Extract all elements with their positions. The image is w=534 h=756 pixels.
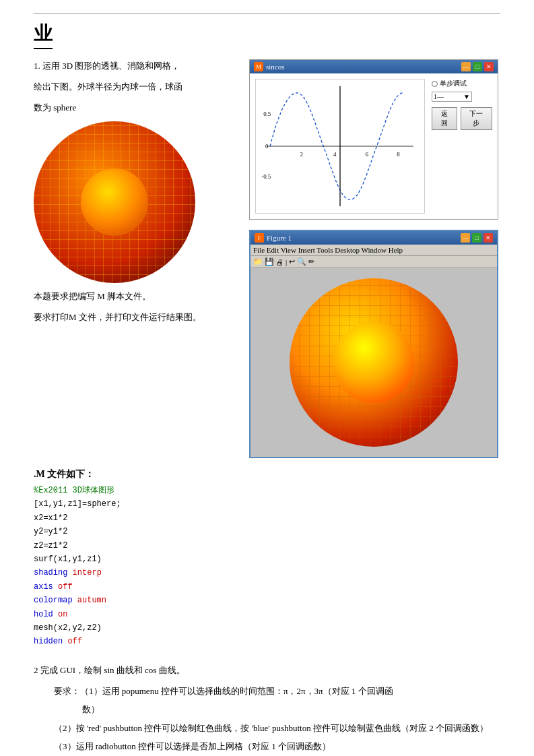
figure-min-button[interactable]: — — [461, 233, 470, 243]
req-text-1: 要求：（1）运用 popumenu 控件可以选择曲线的时间范围：π，2π，3π（… — [54, 683, 393, 699]
titlebar-left: M sincos — [254, 62, 285, 71]
code-line-1: %Ex2011 3D球体图形 — [34, 484, 500, 497]
problem1-text3: 数为 sphere — [34, 101, 236, 115]
string-interp: interp — [67, 568, 101, 577]
figure-sphere-inner — [333, 322, 414, 403]
right-column: M sincos — □ ✕ — [249, 59, 500, 458]
figure-sphere-container — [286, 275, 461, 450]
figure-plot-area — [251, 268, 497, 457]
dropdown-control[interactable]: 1— ▼ — [432, 92, 472, 102]
problem1-text1: 1. 运用 3D 图形的透视、消隐和网格， — [34, 59, 236, 73]
code-comment-1: %Ex2011 3D球体图形 — [34, 486, 114, 495]
code-line-8: axis off — [34, 580, 500, 594]
string-off1: off — [53, 582, 73, 592]
menubar-items: File Edit View Insert Tools Desktop Wind… — [253, 246, 403, 254]
code-line-6: surf(x1,y1,z1) — [34, 553, 500, 566]
keyword-axis: axis — [34, 582, 53, 592]
sincos-plot: 0.5 0 -0.5 2 4 6 8 — [255, 79, 425, 214]
code-block: %Ex2011 3D球体图形 [x1,y1,z1]=sphere; x2=x1*… — [34, 484, 500, 649]
req-item-1: 要求：（1）运用 popumenu 控件可以选择曲线的时间范围：π，2π，3π（… — [54, 683, 500, 699]
problem2-title: 2 完成 GUI，绘制 sin 曲线和 cos 曲线。 — [34, 662, 500, 678]
sphere-visualization — [34, 121, 195, 283]
req-item-2: （2）按 'red' pushbutton 控件可以绘制红色曲线，按 'blue… — [54, 720, 500, 736]
figure1-titlebar: F Figure 1 — □ ✕ — [251, 231, 497, 245]
svg-text:8: 8 — [397, 151, 400, 158]
code-line-9: colormap autumn — [34, 594, 500, 607]
svg-text:6: 6 — [366, 151, 369, 158]
figure-sphere-outer — [290, 278, 458, 447]
figure-max-button[interactable]: □ — [472, 233, 481, 243]
req-text-1-cont: 数） — [82, 701, 100, 717]
sphere-inner — [81, 168, 148, 236]
toolbar-icon4[interactable]: ↩ — [289, 257, 295, 266]
left-column: 1. 运用 3D 图形的透视、消隐和网格， 绘出下图。外球半径为内球一倍，球函 … — [34, 59, 236, 458]
top-divider — [34, 13, 500, 14]
dropdown-value: 1— — [434, 93, 444, 100]
close-button[interactable]: ✕ — [484, 62, 494, 71]
code-line-2: [x1,y1,z1]=sphere; — [34, 497, 500, 511]
string-off2: off — [63, 637, 82, 646]
toolbar-icon6[interactable]: ✏ — [308, 257, 314, 266]
page: 业 1. 运用 3D 图形的透视、消隐和网格， 绘出下图。外球半径为内球一倍，球… — [0, 0, 534, 756]
string-on: on — [53, 610, 68, 619]
matlab-controls: 1— ▼ — [432, 92, 492, 102]
toolbar-icon3[interactable]: 🖨 — [276, 258, 283, 266]
figure-titlebar-left: F Figure 1 — [255, 233, 292, 243]
matlab-sincos-window: M sincos — □ ✕ — [249, 59, 498, 220]
req-item-1-cont: 数） — [54, 701, 500, 717]
minimize-button[interactable]: — — [461, 62, 471, 71]
string-autumn: autumn — [73, 596, 106, 605]
svg-text:2: 2 — [300, 151, 303, 158]
keyword-colormap: colormap — [34, 596, 73, 605]
radio-label: 单步调试 — [440, 79, 467, 88]
matlab-titlebar: M sincos — □ ✕ — [250, 60, 498, 73]
code-line-12: hidden off — [34, 635, 500, 648]
figure-icon: F — [255, 233, 264, 243]
code-line-7: shading interp — [34, 566, 500, 579]
req-item-3: （3）运用 radiobutton 控件可以选择是否加上网格（对应 1 个回调函… — [54, 738, 500, 754]
toolbar-icon2[interactable]: 💾 — [265, 257, 274, 266]
matlab-right-panel: 单步调试 1— ▼ 返回 下一步 — [432, 79, 492, 214]
figure-menubar: File Edit View Insert Tools Desktop Wind… — [251, 245, 497, 256]
matlab-buttons: 返回 下一步 — [432, 107, 492, 130]
problem2-section: 2 完成 GUI，绘制 sin 曲线和 cos 曲线。 要求：（1）运用 pop… — [34, 662, 500, 756]
svg-text:0.5: 0.5 — [263, 111, 271, 117]
code-line-11: mesh(x2,y2,z2) — [34, 621, 500, 635]
requirements-list: 要求：（1）运用 popumenu 控件可以选择曲线的时间范围：π，2π，3π（… — [54, 683, 500, 755]
code-line-10: hold on — [34, 608, 500, 621]
code-line-4: y2=y1*2 — [34, 525, 500, 538]
keyword-hold: hold — [34, 610, 53, 619]
svg-text:4: 4 — [333, 151, 337, 158]
maximize-button[interactable]: □ — [473, 62, 482, 71]
keyword-shading: shading — [34, 568, 67, 577]
toolbar-icon1[interactable]: 📁 — [253, 257, 263, 266]
code-line-5: z2=z1*2 — [34, 539, 500, 553]
code-section: .M 文件如下： %Ex2011 3D球体图形 [x1,y1,z1]=spher… — [34, 468, 500, 649]
req-text-2: （2）按 'red' pushbutton 控件可以绘制红色曲线，按 'blue… — [54, 720, 488, 736]
figure-win-btns: — □ ✕ — [461, 233, 493, 243]
radio-button[interactable] — [432, 81, 438, 87]
code-title: .M 文件如下： — [34, 468, 500, 480]
figure1-window: F Figure 1 — □ ✕ File Edit View Insert T… — [249, 230, 498, 458]
keyword-hidden: hidden — [34, 637, 63, 646]
code-line-3: x2=x1*2 — [34, 511, 500, 525]
note-line1: 本题要求把编写 M 脚本文件。 — [34, 290, 236, 304]
figure-toolbar[interactable]: 📁 💾 🖨 | ↩ 🔍 ✏ — [251, 256, 497, 268]
req-text-3: （3）运用 radiobutton 控件可以选择是否加上网格（对应 1 个回调函… — [54, 738, 331, 754]
section-title: 业 — [34, 21, 53, 49]
matlab-icon: M — [254, 62, 263, 71]
toolbar-icon5[interactable]: 🔍 — [297, 257, 306, 266]
problem1-row: 1. 运用 3D 图形的透视、消隐和网格， 绘出下图。外球半径为内球一倍，球函 … — [34, 59, 500, 458]
window-buttons: — □ ✕ — [461, 62, 494, 71]
radio-option: 单步调试 — [432, 79, 492, 88]
matlab-title: sincos — [266, 63, 285, 71]
dropdown-arrow: ▼ — [463, 93, 470, 100]
figure-title: Figure 1 — [267, 234, 292, 242]
svg-text:-0.5: -0.5 — [261, 173, 271, 180]
back-button[interactable]: 返回 — [432, 107, 457, 130]
figure-close-button[interactable]: ✕ — [483, 233, 493, 243]
svg-text:0: 0 — [265, 143, 269, 150]
toolbar-separator: | — [286, 258, 287, 266]
sine-svg: 0.5 0 -0.5 2 4 6 8 — [256, 80, 424, 213]
next-button[interactable]: 下一步 — [461, 107, 492, 130]
